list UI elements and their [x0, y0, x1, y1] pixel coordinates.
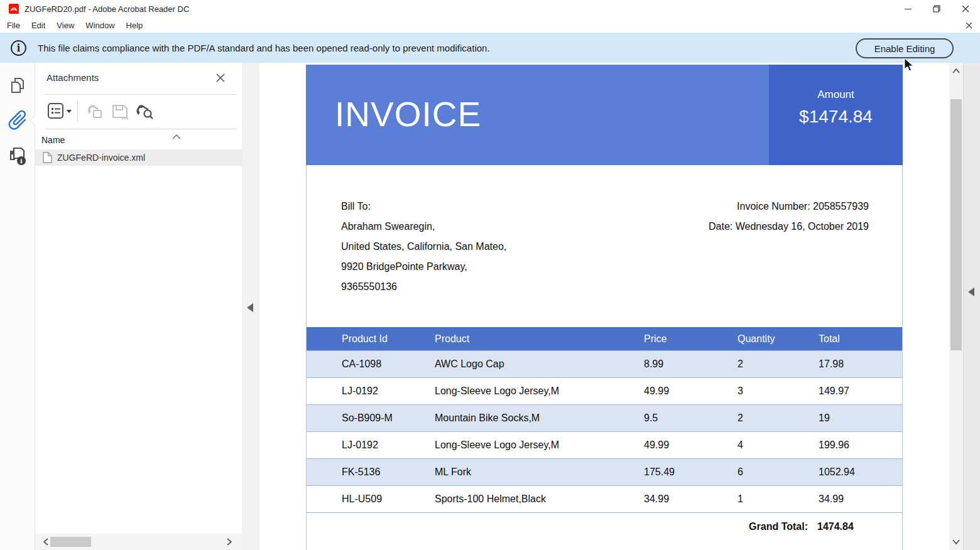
scroll-down-icon[interactable]: [949, 536, 963, 547]
table-row: HL-U509Sports-100 Helmet,Black34.99134.9…: [307, 485, 902, 512]
attachments-close-icon[interactable]: [215, 73, 226, 83]
navigation-pane-strip: i: [0, 63, 35, 550]
col-total: Total: [819, 333, 902, 345]
info-icon: i: [11, 40, 26, 56]
page-thumbnails-icon[interactable]: [0, 77, 35, 95]
scroll-up-icon[interactable]: [949, 65, 963, 77]
table-row: CA-1098AWC Logo Cap8.99217.98: [307, 350, 902, 377]
sort-ascending-icon[interactable]: [172, 131, 181, 142]
invoice-number: Invoice Number: 2058557939: [709, 197, 869, 217]
bill-to-region: United States, California, San Mateo,: [341, 237, 506, 257]
invoice-table: Product Id Product Price Quantity Total …: [307, 327, 902, 550]
horizontal-scroll-thumb[interactable]: [50, 537, 91, 547]
invoice-heading: INVOICE: [335, 94, 481, 134]
window-controls: [893, 0, 980, 18]
menu-help[interactable]: Help: [121, 21, 149, 30]
name-column-header[interactable]: Name: [41, 135, 65, 145]
panel-collapse-strip[interactable]: [242, 63, 259, 550]
attachments-panel-title: Attachments: [46, 72, 99, 83]
expand-tools-arrow-icon[interactable]: [968, 288, 974, 296]
document-vertical-scrollbar[interactable]: [949, 63, 963, 550]
invoice-table-header: Product Id Product Price Quantity Total: [307, 327, 902, 350]
grand-total-row: Grand Total: 1474.84: [307, 512, 902, 550]
scroll-left-icon[interactable]: [41, 537, 51, 547]
menu-window[interactable]: Window: [80, 21, 120, 30]
adobe-acrobat-logo-icon: [9, 4, 19, 14]
restore-button[interactable]: [922, 0, 951, 18]
attachment-file-name: ZUGFeRD-invoice.xml: [57, 153, 145, 163]
menu-view[interactable]: View: [51, 21, 80, 30]
standards-icon[interactable]: i: [0, 146, 35, 167]
toolbar-separator: [77, 100, 78, 122]
col-price: Price: [644, 333, 738, 345]
toolbar-close-icon[interactable]: [964, 20, 974, 30]
svg-text:i: i: [20, 158, 23, 164]
grand-total-label: Grand Total:: [749, 521, 808, 532]
invoice-date: Date: Wednesday 16, October 2019: [709, 217, 869, 237]
bill-to-block: Bill To: Abraham Swearegin, United State…: [341, 197, 506, 297]
menu-file[interactable]: File: [1, 21, 26, 30]
mouse-cursor: [903, 58, 916, 73]
vertical-scroll-thumb[interactable]: [950, 99, 962, 350]
tools-pane-strip[interactable]: [963, 63, 980, 550]
invoice-meta-block: Invoice Number: 2058557939 Date: Wednesd…: [709, 197, 869, 237]
panel-horizontal-scrollbar[interactable]: [35, 534, 242, 550]
col-product-id: Product Id: [307, 333, 435, 345]
save-attachment-icon[interactable]: [111, 102, 129, 123]
minimize-button[interactable]: [893, 0, 922, 18]
amount-label: Amount: [769, 89, 903, 101]
open-attachment-icon[interactable]: [85, 102, 104, 123]
grand-total-value: 1474.84: [817, 521, 854, 532]
table-row: FK-5136ML Fork175.4961052.94: [307, 458, 902, 485]
file-icon: [43, 152, 52, 163]
invoice-body: Bill To: Abraham Swearegin, United State…: [306, 165, 903, 550]
attachments-panel: Attachments: [35, 63, 242, 550]
attachment-options-menu-icon[interactable]: [47, 102, 72, 119]
table-row: LJ-0192Long-Sleeve Logo Jersey,M49.99419…: [307, 431, 902, 458]
pdfa-message-bar: i This file claims compliance with the P…: [0, 33, 980, 63]
pdfa-message-text: This file claims compliance with the PDF…: [38, 43, 490, 53]
title-bar: ZUGFeRD20.pdf - Adobe Acrobat Reader DC: [0, 0, 980, 18]
acrobat-reader-window: ZUGFeRD20.pdf - Adobe Acrobat Reader DC …: [0, 0, 980, 550]
close-button[interactable]: [951, 0, 980, 18]
scroll-right-icon[interactable]: [224, 537, 234, 547]
invoice-amount-box: Amount $1474.84: [769, 65, 903, 165]
pdf-page: INVOICE Amount $1474.84 Bill To: Abraham…: [306, 65, 903, 550]
bill-to-phone: 9365550136: [341, 277, 506, 297]
col-quantity: Quantity: [738, 333, 819, 345]
col-product: Product: [435, 333, 644, 345]
document-canvas: INVOICE Amount $1474.84 Bill To: Abraham…: [259, 63, 949, 550]
panel-divider: [45, 129, 237, 129]
invoice-header-band: INVOICE: [306, 65, 769, 165]
bill-to-name: Abraham Swearegin,: [341, 217, 506, 237]
attachment-list-item[interactable]: ZUGFeRD-invoice.xml: [35, 149, 242, 166]
bill-to-label: Bill To:: [341, 197, 506, 217]
table-row: LJ-0192Long-Sleeve Logo Jersey,M49.99314…: [307, 377, 902, 404]
table-row: So-B909-MMountain Bike Socks,M9.5219: [307, 404, 902, 431]
bill-to-street: 9920 BridgePointe Parkway,: [341, 257, 506, 277]
attachments-toolbar: [35, 94, 242, 129]
window-title: ZUGFeRD20.pdf - Adobe Acrobat Reader DC: [24, 4, 189, 14]
amount-value: $1474.84: [769, 107, 903, 127]
enable-editing-button[interactable]: Enable Editing: [856, 38, 954, 58]
menu-edit[interactable]: Edit: [26, 21, 51, 30]
collapse-panel-arrow-icon[interactable]: [247, 303, 253, 312]
search-attachments-icon[interactable]: [134, 102, 155, 123]
menu-bar: File Edit View Window Help: [0, 18, 980, 33]
